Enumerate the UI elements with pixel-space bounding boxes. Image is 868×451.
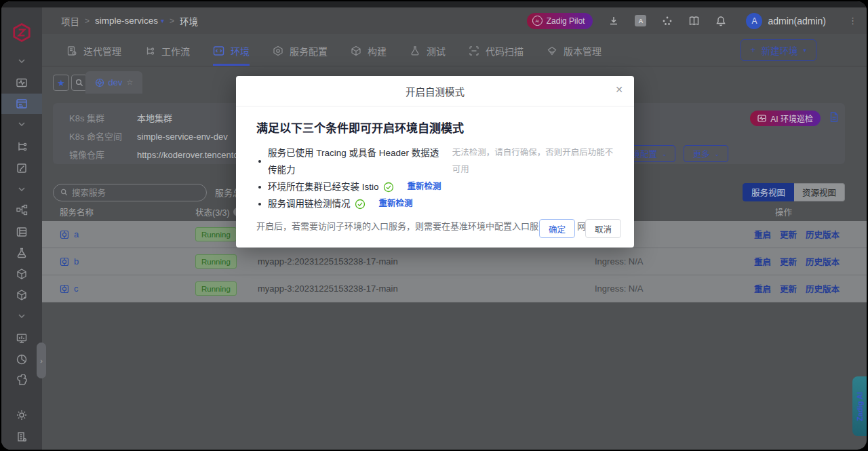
pie-chart-icon[interactable] bbox=[1, 352, 42, 367]
column-actions: 操作 bbox=[775, 205, 792, 218]
tab-version[interactable]: 版本管理 bbox=[547, 34, 601, 66]
group-collapse-chevron[interactable] bbox=[1, 183, 42, 195]
settings-gear-icon[interactable] bbox=[1, 408, 42, 423]
sidebar-item-projects[interactable] bbox=[1, 94, 42, 114]
workflow-tree-icon[interactable] bbox=[1, 139, 42, 154]
service-image: myapp-2:20231225153238-17-main bbox=[258, 256, 398, 267]
service-name[interactable]: b bbox=[60, 256, 79, 267]
translate-icon[interactable]: A bbox=[635, 15, 646, 26]
service-search-input[interactable]: 搜索服务 bbox=[53, 184, 207, 201]
table-row[interactable]: c Running myapp-3:20231225153238-17-main… bbox=[42, 275, 867, 302]
docs-book-icon[interactable] bbox=[688, 16, 700, 26]
condition-item: 服务已使用 Tracing 或具备 Header 数据透传能力 无法检测，请自行… bbox=[256, 144, 614, 178]
status-badge: Running bbox=[195, 254, 237, 269]
tab-test[interactable]: 测试 bbox=[410, 34, 446, 66]
star-icon: ★ bbox=[57, 78, 65, 88]
service-ingress: Ingress: N/A bbox=[595, 283, 644, 294]
org-building-icon[interactable] bbox=[1, 429, 42, 444]
update-link[interactable]: 更新 bbox=[780, 255, 797, 268]
cluster-dots-icon[interactable] bbox=[662, 16, 673, 26]
star-outline-icon[interactable]: ☆ bbox=[127, 78, 134, 87]
pilot-ai-icon: Ai bbox=[532, 16, 542, 26]
artifact-cube-icon[interactable] bbox=[1, 267, 42, 281]
new-environment-button[interactable]: + 新建环境 ▾ bbox=[741, 39, 816, 61]
check-circle-icon bbox=[383, 182, 394, 193]
column-status: 状态(3/3) ? bbox=[195, 205, 242, 218]
user-menu[interactable]: A admin(admin) bbox=[746, 13, 826, 29]
registry-icon[interactable] bbox=[1, 224, 42, 239]
breadcrumb-separator: > bbox=[170, 16, 174, 26]
cancel-button[interactable]: 取消 bbox=[585, 219, 621, 238]
env-tab-label: dev bbox=[108, 77, 123, 87]
history-link[interactable]: 历史版本 bbox=[806, 255, 840, 268]
insight-pulse-icon[interactable] bbox=[1, 75, 42, 90]
env-tab-dev[interactable]: dev ☆ bbox=[85, 71, 142, 94]
group-collapse-chevron[interactable] bbox=[1, 310, 42, 322]
k8s-service-icon bbox=[60, 284, 69, 294]
tab-service-config[interactable]: 服务配置 bbox=[273, 34, 328, 66]
service-name[interactable]: a bbox=[60, 229, 79, 239]
condition-item: 服务调用链检测情况 重新检测 bbox=[256, 195, 614, 212]
tab-environment[interactable]: 环境 bbox=[213, 34, 250, 66]
download-icon[interactable] bbox=[608, 16, 619, 26]
topbar-actions: Ai Zadig Pilot A A admin(admin) ⋮ bbox=[527, 13, 857, 29]
confirm-button[interactable]: 确定 bbox=[539, 219, 575, 238]
column-name: 服务名称 bbox=[60, 205, 94, 218]
tab-iteration[interactable]: 迭代管理 bbox=[66, 34, 121, 66]
zadig-logo-icon[interactable] bbox=[1, 16, 42, 49]
ai-env-inspection-button[interactable]: AI 环境巡检 bbox=[750, 111, 821, 126]
resource-view-button[interactable]: 资源视图 bbox=[794, 183, 845, 201]
more-button[interactable]: 更多 ⌄ bbox=[684, 145, 728, 162]
condition-item: 环境所在集群已经安装 Istio 重新检测 bbox=[256, 178, 614, 195]
restart-link[interactable]: 重启 bbox=[754, 255, 771, 268]
view-toggle: 服务视图 资源视图 bbox=[743, 183, 845, 201]
kebab-menu-icon[interactable]: ⋮ bbox=[848, 16, 857, 26]
update-link[interactable]: 更新 bbox=[780, 282, 797, 295]
k8s-icon bbox=[95, 78, 104, 87]
restart-link[interactable]: 重启 bbox=[754, 228, 771, 241]
table-row[interactable]: b Running myapp-2:20231225153238-17-main… bbox=[42, 248, 867, 275]
zadig-pilot-button[interactable]: Ai Zadig Pilot bbox=[527, 13, 593, 29]
chevron-down-icon: ⌄ bbox=[662, 151, 667, 157]
pilot-label: Zadig Pilot bbox=[547, 16, 585, 26]
version-cube-icon[interactable] bbox=[1, 288, 42, 302]
recheck-link[interactable]: 重新检测 bbox=[379, 195, 413, 212]
tab-workflow[interactable]: 工作流 bbox=[144, 34, 190, 66]
history-link[interactable]: 历史版本 bbox=[806, 228, 840, 241]
project-name-label: simple-services bbox=[95, 16, 158, 26]
env-report-doc-icon[interactable] bbox=[829, 111, 840, 125]
k8s-service-icon bbox=[60, 230, 69, 239]
group-collapse-chevron[interactable] bbox=[1, 118, 42, 130]
bullet-dot bbox=[258, 186, 261, 189]
tab-code-scan[interactable]: 代码扫描 bbox=[469, 34, 524, 66]
recheck-link[interactable]: 重新检测 bbox=[408, 178, 441, 195]
service-image: myapp-3:20231225153238-17-main bbox=[258, 283, 398, 294]
self-test-mode-dialog: 开启自测模式 ✕ 满足以下三个条件即可开启环境自测模式 服务已使用 Tracin… bbox=[236, 76, 634, 248]
notification-bell-icon[interactable] bbox=[715, 16, 726, 26]
zadig-ai-side-tab[interactable]: Zadig AI bbox=[852, 376, 867, 436]
plus-icon: + bbox=[751, 45, 756, 55]
topbar: 项目 > simple-services ▾ > 环境 Ai Zadig Pil… bbox=[42, 7, 867, 34]
status-badge: Running bbox=[195, 227, 237, 241]
plugin-icon[interactable] bbox=[1, 373, 42, 388]
close-icon[interactable]: ✕ bbox=[615, 84, 623, 95]
delivery-network-icon[interactable] bbox=[1, 202, 42, 217]
favorite-star-button[interactable]: ★ bbox=[53, 75, 69, 91]
avatar: A bbox=[746, 13, 762, 29]
search-icon bbox=[60, 189, 68, 196]
group-collapse-chevron[interactable] bbox=[1, 55, 42, 67]
breadcrumb-project-name[interactable]: simple-services ▾ bbox=[95, 16, 164, 26]
restart-link[interactable]: 重启 bbox=[754, 282, 771, 295]
service-name[interactable]: c bbox=[60, 283, 79, 294]
edit-doc-icon[interactable] bbox=[1, 161, 42, 176]
breadcrumb-env: 环境 bbox=[180, 14, 198, 28]
dialog-header: 开启自测模式 ✕ bbox=[236, 76, 634, 106]
update-link[interactable]: 更新 bbox=[780, 228, 797, 241]
breadcrumb-projects[interactable]: 项目 bbox=[61, 14, 79, 28]
stats-monitor-icon[interactable] bbox=[1, 331, 42, 346]
test-flask-icon[interactable] bbox=[1, 246, 42, 260]
history-link[interactable]: 历史版本 bbox=[806, 282, 840, 295]
service-view-button[interactable]: 服务视图 bbox=[743, 183, 794, 201]
tab-build[interactable]: 构建 bbox=[351, 34, 387, 66]
row-actions: 重启 更新 历史版本 bbox=[754, 282, 840, 295]
